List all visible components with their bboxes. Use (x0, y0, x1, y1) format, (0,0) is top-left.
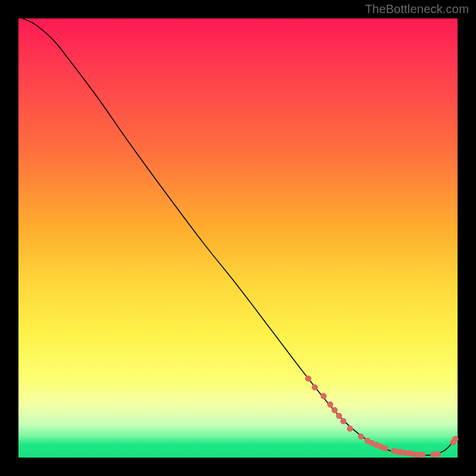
highlight-dot (305, 375, 311, 381)
watermark-text: TheBottleneck.com (365, 2, 469, 16)
highlight-dot (435, 451, 441, 457)
chart-frame: TheBottleneck.com (0, 0, 476, 476)
highlight-dot (331, 407, 337, 413)
highlight-dot (321, 393, 327, 399)
chart-overlay-svg (0, 0, 476, 476)
highlight-dots-group (305, 375, 459, 458)
bottleneck-curve (23, 18, 455, 455)
highlight-dot (336, 413, 342, 419)
highlight-dot (340, 418, 346, 424)
highlight-dot (382, 445, 388, 451)
highlight-dot (358, 433, 364, 439)
highlight-dot (347, 425, 353, 431)
highlight-dot (452, 436, 458, 442)
highlight-dot (419, 452, 425, 458)
highlight-dot (327, 402, 333, 408)
highlight-dot (312, 384, 318, 390)
